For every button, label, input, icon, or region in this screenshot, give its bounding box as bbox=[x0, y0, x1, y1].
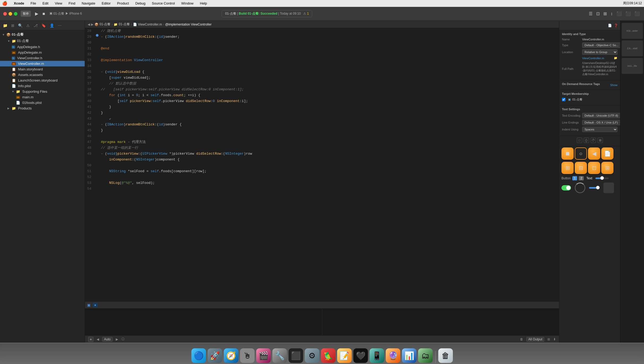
sidebar-item-supporting-files[interactable]: ▼ 📁 Supporting Files bbox=[0, 89, 85, 94]
split-view-button[interactable]: ⊞ bbox=[547, 337, 550, 341]
obj-icon-back[interactable]: ◀ bbox=[588, 147, 600, 160]
view-icon-3[interactable]: ⏱ bbox=[591, 138, 596, 143]
inspector-help-icon[interactable]: ❓ bbox=[614, 24, 618, 27]
sidebar-item-root[interactable]: ▼ 📦 01-点餐 bbox=[0, 31, 85, 38]
sidebar-item-appdelegate-m[interactable]: m AppDelegate.m bbox=[0, 50, 85, 55]
close-button[interactable] bbox=[3, 12, 7, 16]
dock-app2[interactable]: 📱 bbox=[370, 348, 384, 363]
breadcrumb-group[interactable]: 01-点餐 bbox=[119, 22, 130, 27]
toggle-switch[interactable] bbox=[561, 185, 571, 191]
view-toggle-3[interactable]: ⬛ bbox=[633, 10, 641, 17]
dock-media[interactable]: 🎬 bbox=[256, 348, 271, 363]
output-label[interactable]: All Output bbox=[526, 337, 544, 342]
branch-icon[interactable]: ⎇ bbox=[33, 23, 38, 28]
inspector-lineendings-select[interactable]: Default - OS X / Unix (LF) bbox=[582, 120, 620, 125]
inspector-encoding-select[interactable]: Default - Unicode (UTF-8) bbox=[582, 113, 620, 118]
minimize-button[interactable] bbox=[8, 12, 12, 16]
menu-window[interactable]: Window bbox=[180, 1, 195, 6]
menu-navigate[interactable]: Navigate bbox=[81, 1, 96, 6]
console-right[interactable] bbox=[322, 309, 559, 335]
grid-icon[interactable]: ⊞ bbox=[10, 23, 15, 28]
add-file-button[interactable]: + bbox=[88, 337, 93, 342]
auto-label[interactable]: Auto bbox=[102, 337, 113, 342]
menu-file[interactable]: File bbox=[29, 1, 37, 6]
obj-icon-grid1[interactable]: ⊞ bbox=[561, 162, 574, 174]
breadcrumb-back[interactable]: ◀ bbox=[88, 23, 90, 26]
dock-settings[interactable]: ⚙ bbox=[305, 348, 319, 363]
sidebar-item-main-storyboard[interactable]: 📋 Main.storyboard bbox=[0, 66, 85, 72]
badge-1[interactable]: 1 bbox=[572, 176, 577, 180]
breadcrumb-forward[interactable]: ▶ bbox=[91, 23, 93, 26]
show-button[interactable]: Show bbox=[610, 83, 617, 87]
dock-app1[interactable]: 🦜 bbox=[321, 348, 336, 363]
breadcrumb-file[interactable]: ViewController.m bbox=[138, 23, 162, 26]
view-icon-2[interactable]: () bbox=[584, 138, 589, 143]
view-icon-4[interactable]: ⊞ bbox=[598, 138, 603, 143]
target-checkbox[interactable] bbox=[562, 98, 565, 101]
inspector-toggle[interactable]: ☰ bbox=[588, 10, 594, 17]
debug-bar-icon[interactable]: ▣ bbox=[87, 303, 91, 307]
editor-version[interactable]: ↕ bbox=[609, 10, 614, 17]
obj-icon-grid2[interactable]: ⊟ bbox=[575, 162, 587, 174]
menu-edit[interactable]: Edit bbox=[41, 1, 49, 6]
run-button[interactable]: ▶ bbox=[34, 10, 39, 17]
right-thumb-3[interactable]: ios1...itle bbox=[622, 58, 643, 74]
breadcrumb-symbol[interactable]: @implementation ViewController bbox=[165, 23, 212, 26]
menu-debug[interactable]: Debug bbox=[134, 1, 147, 6]
sidebar-item-products[interactable]: ▶ 📁 Products bbox=[0, 105, 85, 111]
obj-icon-grid3[interactable]: ⊡ bbox=[588, 162, 600, 174]
lock-scroll-button[interactable]: ⬇ bbox=[553, 337, 556, 341]
bookmark-icon[interactable]: 🔖 bbox=[41, 23, 47, 28]
warning-icon[interactable]: ⚠ bbox=[25, 23, 31, 28]
right-thumb-2[interactable]: ZJL...etail bbox=[622, 40, 643, 56]
menu-editor[interactable]: Editor bbox=[101, 1, 112, 6]
inspector-location-select[interactable]: Relative to Group bbox=[582, 49, 617, 55]
sidebar-item-group[interactable]: ▼ 📁 01-点餐 bbox=[0, 38, 85, 44]
dock-terminal[interactable]: ⬛ bbox=[289, 348, 303, 363]
sidebar-item-foods-plist[interactable]: 📄 01foods.plist bbox=[0, 100, 85, 105]
code-editor[interactable]: 28 // 随机点餐 29 - (IBAction)randomBtnClick… bbox=[85, 28, 559, 301]
sidebar-item-launchscreen[interactable]: 📋 LaunchScreen.storyboard bbox=[0, 78, 85, 83]
menu-xcode[interactable]: Xcode bbox=[13, 1, 25, 6]
console-left[interactable] bbox=[85, 309, 322, 335]
sidebar-item-viewcontroller-h[interactable]: h ViewController.h bbox=[0, 55, 85, 61]
view-toggle-1[interactable]: ⬛ bbox=[615, 10, 623, 17]
inspector-indent-select[interactable]: Spaces bbox=[582, 127, 617, 132]
sidebar-item-viewcontroller-m[interactable]: m ViewController.m bbox=[0, 61, 85, 66]
maximize-button[interactable] bbox=[14, 12, 18, 16]
clear-console-button[interactable]: 🗑 bbox=[520, 337, 523, 341]
sidebar-item-assets[interactable]: 📦 Assets.xcassets bbox=[0, 72, 85, 78]
menu-product[interactable]: Product bbox=[116, 1, 130, 6]
obj-icon-button2[interactable]: ○ bbox=[575, 147, 587, 160]
view-icon-1[interactable]: □ bbox=[577, 138, 582, 143]
obj-icon-grid4[interactable]: ⊞ bbox=[601, 162, 613, 174]
dock-dev[interactable]: 🖤 bbox=[353, 348, 368, 363]
dock-notes[interactable]: 📝 bbox=[337, 348, 352, 363]
breadcrumb-root[interactable]: 01-点餐 bbox=[100, 22, 110, 27]
slider-control[interactable] bbox=[595, 177, 609, 179]
folder-icon[interactable]: 📁 bbox=[2, 23, 8, 28]
menu-find[interactable]: Find bbox=[67, 1, 76, 6]
obj-icon-button1[interactable]: ⏹ bbox=[561, 147, 574, 160]
sidebar-item-appdelegate-h[interactable]: h AppDelegate.h bbox=[0, 44, 85, 50]
build-scheme[interactable]: ▣ 01-点餐 ▶ iPhone 6 bbox=[49, 11, 82, 16]
stop-button[interactable]: ■ bbox=[41, 10, 46, 17]
info-button[interactable]: ⓘ bbox=[121, 337, 124, 341]
menu-view[interactable]: View bbox=[54, 1, 63, 6]
inspector-file-icon[interactable]: 📄 bbox=[608, 24, 612, 27]
right-thumb-1[interactable]: KSI...aster bbox=[622, 23, 643, 39]
dock-finder[interactable]: 🔵 bbox=[191, 348, 206, 363]
search-icon[interactable]: 🔍 bbox=[17, 23, 23, 28]
dock-safari[interactable]: 🧭 bbox=[224, 348, 238, 363]
dock-launchpad[interactable]: 🚀 bbox=[208, 348, 222, 363]
dock-tools[interactable]: 🔧 bbox=[272, 348, 287, 363]
nav-forward-button[interactable]: ▶ bbox=[116, 337, 118, 341]
inspector-reveal-button[interactable]: 📁 bbox=[614, 56, 617, 60]
more-icon[interactable]: ⋯ bbox=[57, 23, 62, 28]
editor-assistant[interactable]: ⊞ bbox=[602, 10, 608, 17]
dock-mouse[interactable]: 🖱 bbox=[240, 348, 255, 363]
apple-menu[interactable]: 🍎 bbox=[2, 1, 7, 6]
dock-trash[interactable]: 🗑 bbox=[438, 348, 453, 363]
sidebar-item-info-plist[interactable]: 📄 Info.plist bbox=[0, 83, 85, 89]
sidebar-item-main-m[interactable]: m main.m bbox=[0, 94, 85, 100]
